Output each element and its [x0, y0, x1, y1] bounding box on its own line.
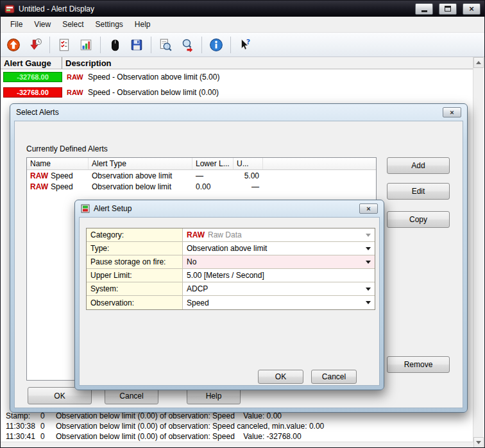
menu-view[interactable]: View [28, 17, 56, 31]
ok-button[interactable]: OK [258, 370, 303, 384]
log-line: 11:30:41 0 Observation below limit (0.00… [6, 432, 470, 442]
app-icon [4, 4, 15, 14]
pause-storage-label: Pause storage on fire: [87, 255, 183, 268]
raw-category-tag: RAW [30, 182, 48, 191]
horizontal-scrollbar[interactable] [1, 442, 473, 448]
alert-list-button[interactable] [54, 35, 74, 55]
mouse-button[interactable] [105, 35, 125, 55]
remove-button[interactable]: Remove [387, 356, 450, 373]
section-label: Currently Defined Alerts [26, 144, 108, 153]
edit-button[interactable]: Edit [387, 183, 450, 200]
form-row-pause-storage: Pause storage on fire: No [87, 255, 375, 269]
maximize-icon [445, 6, 451, 12]
raw-category-tag: RAW [30, 171, 48, 180]
chevron-down-icon [366, 261, 371, 264]
maximize-button[interactable] [439, 3, 457, 15]
alert-setup-form: Category: RAW Raw Data Type: Observation… [86, 228, 375, 310]
cancel-button[interactable]: Cancel [311, 370, 357, 384]
alert-gauge-value: -32768.00 [3, 72, 62, 82]
column-header-alert-type[interactable]: Alert Type [89, 158, 192, 169]
title-bar[interactable]: Untitled - Alert Display × [1, 1, 484, 17]
table-row[interactable]: RAWSpeed Observation above limit — 5.00 [27, 170, 376, 181]
observation-dropdown[interactable]: Speed [183, 296, 375, 309]
toolbar: ? [1, 33, 484, 57]
alert-setup-body: Category: RAW Raw Data Type: Observation… [79, 217, 380, 386]
vertical-scrollbar[interactable] [473, 57, 484, 448]
column-header-alert-gauge[interactable]: Alert Gauge [1, 57, 62, 69]
log-line: 11:30:38 0 Observation below limit (0.00… [6, 422, 470, 431]
alert-below-timer-icon [28, 38, 42, 52]
type-value: Observation above limit [187, 244, 267, 253]
lower-limit: 0.00 [192, 182, 234, 191]
column-header-name[interactable]: Name [27, 158, 89, 169]
menu-help[interactable]: Help [129, 17, 157, 31]
category-label: Category: [87, 228, 183, 241]
alert-list-icon [57, 38, 71, 52]
scroll-up-button[interactable] [473, 57, 484, 68]
scroll-down-button[interactable] [473, 437, 484, 448]
form-row-category: Category: RAW Raw Data [87, 228, 375, 242]
raw-category-tag: RAW [67, 73, 85, 81]
alert-setup-title-bar[interactable]: Alert Setup × [75, 200, 384, 217]
alert-above-button[interactable] [3, 35, 24, 55]
pause-storage-value: No [187, 257, 196, 266]
menu-file[interactable]: File [4, 17, 28, 31]
column-header-description[interactable]: Description [62, 57, 473, 69]
alert-row[interactable]: -32768.00 RAW Speed - Observation below … [1, 85, 219, 99]
search-button[interactable] [177, 35, 198, 55]
pause-storage-dropdown[interactable]: No [183, 255, 375, 268]
close-icon: × [469, 4, 474, 13]
alert-type: Observation above limit [89, 171, 192, 180]
select-alerts-close-button[interactable]: × [443, 107, 461, 117]
chevron-down-icon [366, 301, 371, 304]
alert-setup-close-button[interactable]: × [359, 203, 378, 214]
upper-limit-field[interactable]: 5.00 [Meters / Second] [183, 269, 375, 282]
alert-row[interactable]: -32768.00 RAW Speed - Observation above … [1, 69, 219, 84]
upper-limit-value: 5.00 [Meters / Second] [187, 271, 264, 280]
form-row-type: Type: Observation above limit [87, 242, 375, 255]
log-time: 11:30:38 [6, 422, 40, 431]
alert-name: Speed [51, 182, 73, 191]
log-time: Stamp: [6, 411, 40, 421]
close-icon: × [450, 109, 454, 116]
raw-category-tag: RAW [67, 89, 85, 96]
raw-category-tag: RAW [187, 230, 205, 239]
svg-text:?: ? [246, 38, 250, 46]
system-label: System: [87, 282, 183, 295]
gauge-display-icon [79, 38, 93, 52]
toolbar-separator [230, 37, 231, 53]
save-button[interactable] [126, 35, 147, 55]
close-button[interactable]: × [463, 3, 481, 15]
info-icon [209, 38, 223, 52]
select-alerts-title-bar[interactable]: Select Alerts × [10, 104, 467, 121]
upper-limit-label: Upper Limit: [87, 269, 183, 282]
context-help-button[interactable]: ? [235, 35, 255, 55]
dialog-title: Alert Setup [94, 204, 132, 213]
column-header-lower-limit[interactable]: Lower L... [192, 158, 234, 169]
menu-settings[interactable]: Settings [90, 17, 129, 31]
mouse-icon [108, 38, 122, 52]
system-dropdown[interactable]: ADCP [183, 282, 375, 295]
alert-type: Observation below limit [89, 182, 192, 191]
copy-button[interactable]: Copy [387, 211, 450, 228]
column-header-upper-limit[interactable]: U... [234, 158, 263, 169]
gauge-display-button[interactable] [76, 35, 96, 55]
alert-name: Speed [51, 171, 73, 180]
context-help-icon: ? [238, 38, 252, 52]
minimize-button[interactable] [415, 3, 433, 15]
type-dropdown[interactable]: Observation above limit [183, 242, 375, 255]
add-button[interactable]: Add [387, 157, 450, 174]
log-priority: 0 [40, 422, 56, 431]
preview-button[interactable] [155, 35, 176, 55]
log-priority: 0 [40, 432, 56, 442]
table-row[interactable]: RAWSpeed Observation below limit 0.00 — [27, 181, 376, 192]
alert-below-timer-button[interactable] [25, 35, 46, 55]
chevron-down-icon [366, 234, 371, 237]
alert-list-header: Alert Gauge Description [1, 57, 473, 69]
menu-select[interactable]: Select [56, 17, 89, 31]
alert-description: Speed - Observation above limit (5.00) [88, 73, 219, 82]
info-button[interactable] [206, 35, 226, 55]
category-dropdown[interactable]: RAW Raw Data [183, 228, 375, 241]
alert-setup-dialog: Alert Setup × Category: RAW Raw Data Typ… [74, 200, 384, 390]
alerts-table-header: Name Alert Type Lower L... U... [27, 158, 376, 170]
